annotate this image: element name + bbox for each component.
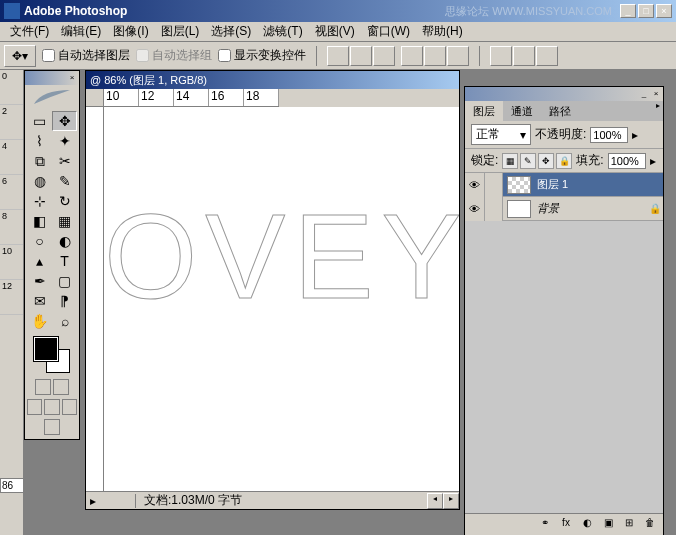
menu-filter[interactable]: 滤镜(T) — [257, 21, 308, 42]
titlebar: Adobe Photoshop 思缘论坛 WWW.MISSYUAN.COM _ … — [0, 0, 676, 22]
new-layer-button[interactable]: ⊞ — [620, 517, 638, 533]
tab-channels[interactable]: 通道 — [503, 101, 541, 121]
align-bottom-button[interactable] — [373, 46, 395, 66]
align-vcenter-button[interactable] — [350, 46, 372, 66]
layer-name[interactable]: 背景 — [535, 201, 647, 216]
quickmask-mode-button[interactable] — [53, 379, 69, 395]
maximize-button[interactable]: □ — [638, 4, 654, 18]
minimize-button[interactable]: _ — [620, 4, 636, 18]
notes-tool[interactable]: ✉ — [27, 291, 52, 311]
nav-ruler: 0 2 4 6 8 10 12 — [0, 70, 24, 535]
lock-pixels-icon[interactable]: ✎ — [520, 153, 536, 169]
blur-tool[interactable]: ○ — [27, 231, 52, 251]
align-top-button[interactable] — [327, 46, 349, 66]
wand-tool[interactable]: ✦ — [52, 131, 77, 151]
pen-tool[interactable]: ✒ — [27, 271, 52, 291]
layer-item[interactable]: 👁 图层 1 — [465, 173, 663, 197]
lasso-tool[interactable]: ⌇ — [27, 131, 52, 151]
brush-tool[interactable]: ✎ — [52, 171, 77, 191]
blend-mode-dropdown[interactable]: 正常▾ — [471, 124, 531, 145]
standard-mode-button[interactable] — [35, 379, 51, 395]
link-cell[interactable] — [485, 173, 503, 197]
link-cell[interactable] — [485, 197, 503, 221]
layer-thumbnail[interactable] — [507, 176, 531, 194]
eraser-tool[interactable]: ◧ — [27, 211, 52, 231]
horizontal-ruler: 10 12 14 16 18 — [104, 89, 279, 107]
menu-image[interactable]: 图像(I) — [107, 21, 154, 42]
lock-all-icon[interactable]: 🔒 — [556, 153, 572, 169]
lock-icon: 🔒 — [647, 203, 663, 214]
lock-transparency-icon[interactable]: ▦ — [502, 153, 518, 169]
canvas[interactable]: OVEY — [104, 107, 459, 491]
move-tool-indicator[interactable]: ✥▾ — [4, 45, 36, 67]
move-tool[interactable]: ✥ — [52, 111, 77, 131]
shape-tool[interactable]: ▢ — [52, 271, 77, 291]
canvas-text-content: OVEY — [104, 187, 459, 325]
status-arrow[interactable]: ▸ — [86, 494, 136, 508]
align-hcenter-button[interactable] — [424, 46, 446, 66]
tab-paths[interactable]: 路径 — [541, 101, 579, 121]
screen-mode-3[interactable] — [62, 399, 77, 415]
visibility-icon[interactable]: 👁 — [465, 197, 485, 221]
menu-edit[interactable]: 编辑(E) — [55, 21, 107, 42]
menu-select[interactable]: 选择(S) — [205, 21, 257, 42]
align-left-button[interactable] — [401, 46, 423, 66]
layer-name[interactable]: 图层 1 — [535, 177, 663, 192]
align-right-button[interactable] — [447, 46, 469, 66]
foreground-color[interactable] — [34, 337, 58, 361]
visibility-icon[interactable]: 👁 — [465, 173, 485, 197]
statusbar: ▸ 文档:1.03M/0 字节 ◂ ▸ — [86, 491, 459, 509]
watermark: 思缘论坛 WWW.MISSYUAN.COM — [445, 4, 612, 19]
jump-button[interactable] — [44, 419, 60, 435]
path-select-tool[interactable]: ▴ — [27, 251, 52, 271]
options-bar: ✥▾ 自动选择图层 自动选择组 显示变换控件 — [0, 42, 676, 70]
eyedropper-tool[interactable]: ⁋ — [52, 291, 77, 311]
layer-item[interactable]: 👁 背景 🔒 — [465, 197, 663, 221]
menu-view[interactable]: 视图(V) — [309, 21, 361, 42]
close-button[interactable]: × — [656, 4, 672, 18]
type-tool[interactable]: T — [52, 251, 77, 271]
panel-minimize-icon[interactable]: _ — [639, 89, 649, 99]
heal-tool[interactable]: ◍ — [27, 171, 52, 191]
layer-style-button[interactable]: fx — [557, 517, 575, 533]
hand-tool[interactable]: ✋ — [27, 311, 52, 331]
opacity-input[interactable]: 100% — [590, 127, 628, 143]
panel-close-icon[interactable]: × — [651, 89, 661, 99]
delete-layer-button[interactable]: 🗑 — [641, 517, 659, 533]
slice-tool[interactable]: ✂ — [52, 151, 77, 171]
layer-thumbnail[interactable] — [507, 200, 531, 218]
fill-arrow-icon[interactable]: ▸ — [650, 154, 656, 168]
auto-select-layer-checkbox[interactable]: 自动选择图层 — [42, 47, 130, 64]
screen-mode-1[interactable] — [27, 399, 42, 415]
fill-input[interactable]: 100% — [608, 153, 646, 169]
dodge-tool[interactable]: ◐ — [52, 231, 77, 251]
history-brush-tool[interactable]: ↻ — [52, 191, 77, 211]
marquee-tool[interactable]: ▭ — [27, 111, 52, 131]
gradient-tool[interactable]: ▦ — [52, 211, 77, 231]
zoom-tool[interactable]: ⌕ — [52, 311, 77, 331]
distribute-button[interactable] — [490, 46, 512, 66]
link-layers-button[interactable]: ⚭ — [536, 517, 554, 533]
zoom-input[interactable]: 86 — [0, 478, 24, 493]
opacity-label: 不透明度: — [535, 126, 586, 143]
toolbox-close-icon[interactable]: × — [67, 73, 77, 83]
panel-menu-icon[interactable]: ▸ — [653, 101, 663, 111]
scroll-left-button[interactable]: ◂ — [427, 493, 443, 509]
stamp-tool[interactable]: ⊹ — [27, 191, 52, 211]
menu-window[interactable]: 窗口(W) — [361, 21, 416, 42]
distribute-button[interactable] — [536, 46, 558, 66]
scroll-right-button[interactable]: ▸ — [443, 493, 459, 509]
menu-layer[interactable]: 图层(L) — [155, 21, 206, 42]
color-swatches[interactable] — [34, 337, 70, 373]
crop-tool[interactable]: ⧉ — [27, 151, 52, 171]
distribute-button[interactable] — [513, 46, 535, 66]
lock-position-icon[interactable]: ✥ — [538, 153, 554, 169]
opacity-arrow-icon[interactable]: ▸ — [632, 128, 638, 142]
screen-mode-2[interactable] — [44, 399, 59, 415]
show-transform-checkbox[interactable]: 显示变换控件 — [218, 47, 306, 64]
new-group-button[interactable]: ▣ — [599, 517, 617, 533]
menu-help[interactable]: 帮助(H) — [416, 21, 469, 42]
layer-mask-button[interactable]: ◐ — [578, 517, 596, 533]
menu-file[interactable]: 文件(F) — [4, 21, 55, 42]
tab-layers[interactable]: 图层 — [465, 101, 503, 121]
